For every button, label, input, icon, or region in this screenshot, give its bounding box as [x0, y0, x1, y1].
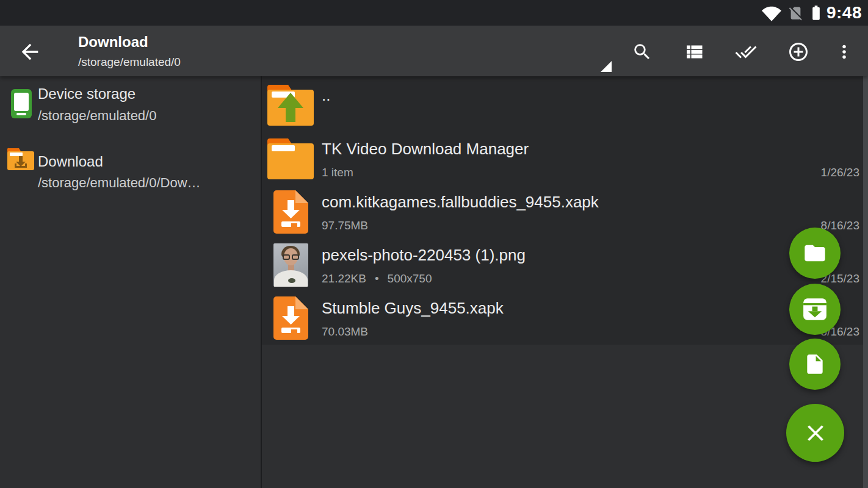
view-mode-button[interactable] — [679, 37, 709, 66]
file-manager-screen: 9:48 Download /storage/emulated/0 — [0, 0, 868, 488]
file-name: .. — [322, 86, 330, 105]
search-button[interactable] — [627, 37, 657, 66]
file-name: Stumble Guys_9455.xapk — [322, 299, 504, 318]
page-title: Download — [78, 34, 148, 51]
file-row-image[interactable]: pexels-photo-220453 (1).png 21.22KB•500x… — [262, 236, 868, 289]
battery-full-icon — [808, 4, 825, 21]
device-storage-icon — [11, 89, 32, 118]
close-icon — [802, 420, 829, 447]
wifi-icon — [762, 5, 781, 21]
archive-icon — [803, 298, 827, 321]
xapk-file-icon — [273, 190, 308, 234]
file-row-folder[interactable]: TK Video Download Manager 1 item 1/26/23 — [262, 130, 868, 183]
sidebar-item-download[interactable]: Download /storage/emulated/0/Dow… — [0, 136, 261, 201]
image-dimensions: 500x750 — [388, 272, 432, 285]
current-path[interactable]: /storage/emulated/0 — [78, 56, 181, 69]
overflow-menu-button[interactable] — [830, 37, 859, 66]
path-expand-triangle-icon[interactable] — [601, 61, 612, 72]
status-bar: 9:48 — [0, 0, 868, 26]
download-folder-icon — [7, 148, 34, 170]
clock: 9:48 — [826, 3, 862, 23]
file-name: TK Video Download Manager — [322, 140, 529, 159]
image-thumbnail — [273, 243, 308, 287]
no-sim-icon — [787, 5, 804, 21]
new-folder-fab[interactable] — [789, 228, 841, 279]
file-info: 97.75MB — [322, 219, 368, 232]
new-file-icon — [803, 353, 826, 376]
view-list-icon — [683, 41, 705, 63]
file-row-parent-dir[interactable]: .. — [262, 76, 868, 130]
new-file-fab[interactable] — [789, 339, 841, 390]
sidebar-item-title: Device storage — [38, 85, 136, 102]
folder-up-icon — [267, 84, 314, 127]
file-row-xapk[interactable]: Stumble Guys_9455.xapk 70.03MB 8/16/23 — [262, 289, 868, 342]
bookmarks-sidebar: Device storage /storage/emulated/0 Downl… — [0, 76, 261, 488]
add-circle-icon — [787, 41, 809, 63]
select-all-button[interactable] — [731, 37, 761, 66]
back-button[interactable] — [15, 37, 45, 66]
scrollbar-track[interactable] — [863, 76, 868, 488]
done-all-icon — [735, 41, 757, 63]
folder-icon — [267, 137, 314, 181]
file-info: 1 item — [322, 166, 353, 179]
sidebar-item-path: /storage/emulated/0/Dow… — [38, 175, 201, 191]
xapk-file-icon — [273, 296, 308, 340]
add-button[interactable] — [784, 37, 813, 66]
dot-separator: • — [375, 272, 379, 285]
file-name: com.kitkagames.fallbuddies_9455.xapk — [322, 193, 599, 212]
sidebar-item-path: /storage/emulated/0 — [38, 108, 156, 124]
file-info: 21.22KB•500x750 — [322, 272, 432, 285]
back-arrow-icon — [18, 40, 42, 64]
new-folder-icon — [803, 241, 827, 265]
toolbar: Download /storage/emulated/0 — [0, 26, 868, 76]
archive-fab[interactable] — [789, 284, 841, 335]
search-icon — [632, 41, 653, 62]
file-date: 1/26/23 — [821, 166, 859, 179]
more-vert-icon — [834, 41, 855, 62]
file-name: pexels-photo-220453 (1).png — [322, 246, 526, 265]
file-row-xapk[interactable]: com.kitkagames.fallbuddies_9455.xapk 97.… — [262, 183, 868, 236]
close-fab[interactable] — [786, 404, 844, 462]
sidebar-item-title: Download — [38, 153, 103, 170]
file-info: 70.03MB — [322, 325, 368, 339]
